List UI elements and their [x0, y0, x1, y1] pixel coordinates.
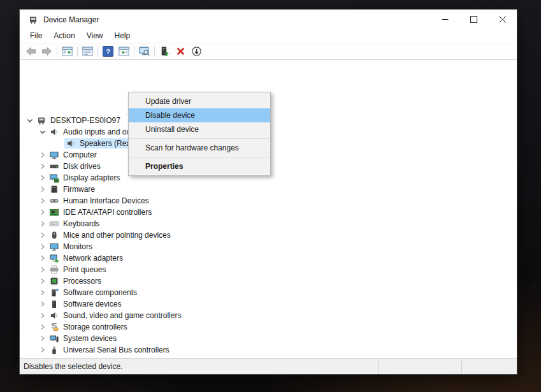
chevron-right-icon[interactable] [38, 322, 48, 332]
back-button[interactable] [23, 44, 39, 59]
status-bar-divider [378, 359, 379, 374]
tree-item-keyboards[interactable]: Keyboards [20, 218, 517, 229]
chevron-right-icon[interactable] [38, 287, 48, 298]
chevron-right-icon[interactable] [38, 242, 48, 252]
context-menu-item-uninstall-device[interactable]: Uninstall device [129, 122, 270, 136]
help-button[interactable]: ? [100, 44, 116, 59]
menu-file[interactable]: File [24, 29, 48, 43]
tree-item-firmware[interactable]: Firmware [20, 184, 517, 195]
chevron-right-icon[interactable] [38, 150, 48, 160]
tree-item-processors[interactable]: Processors [20, 275, 517, 287]
tree-item-print-queues[interactable]: Print queues [20, 264, 517, 275]
tree-item-label: Firmware [61, 184, 97, 194]
wallpaper-stars [0, 0, 1, 1]
properties-button[interactable] [80, 44, 96, 59]
title-bar[interactable]: Device Manager [20, 10, 517, 29]
menu-action[interactable]: Action [48, 29, 80, 43]
tree-item-label: Software components [61, 287, 139, 298]
action-pane-button[interactable] [116, 44, 132, 59]
cpu-icon [49, 276, 59, 286]
chevron-right-icon[interactable] [38, 230, 48, 240]
show-console-tree-button[interactable] [59, 44, 75, 59]
tree-item-label: Network adapters [61, 253, 125, 263]
chevron-right-icon[interactable] [38, 184, 48, 194]
tree-item-label: Human Interface Devices [61, 196, 151, 206]
desktop: { "window": { "title": "Device Manager" … [0, 0, 541, 392]
toolbar: ? [20, 43, 517, 60]
scan-hardware-button[interactable] [136, 44, 152, 59]
chevron-right-icon[interactable] [38, 299, 48, 309]
context-menu-item-scan-hardware[interactable]: Scan for hardware changes [129, 141, 270, 155]
disable-device-button[interactable] [189, 44, 205, 59]
device-manager-window: Device Manager File Action View Help ? [19, 9, 517, 375]
tree-item-mice[interactable]: Mice and other pointing devices [20, 229, 517, 241]
maximize-button[interactable] [459, 10, 488, 29]
speaker-icon [49, 127, 59, 137]
tree-item-label: Keyboards [61, 219, 101, 229]
device-manager-icon [28, 15, 38, 25]
chevron-right-icon[interactable] [38, 345, 48, 355]
usb-icon [49, 345, 59, 355]
tree-item-label: System devices [61, 333, 119, 344]
tree-item-ide-ata-atapi-controllers[interactable]: IDE ATA/ATAPI controllers [20, 207, 517, 218]
chevron-right-icon[interactable] [38, 253, 48, 263]
chevron-right-icon[interactable] [38, 333, 48, 344]
hid-icon [49, 196, 59, 206]
display-adapter-icon [49, 173, 59, 183]
window-title: Device Manager [43, 15, 99, 24]
close-icon [499, 16, 506, 23]
tree-item-label: Sound, video and game controllers [61, 310, 183, 321]
chevron-right-icon[interactable] [38, 265, 48, 275]
uninstall-device-button[interactable] [173, 44, 189, 59]
menu-help[interactable]: Help [109, 29, 136, 43]
disk-icon [49, 161, 59, 171]
status-bar: Disables the selected device. [20, 358, 517, 374]
toolbar-separator [154, 47, 155, 57]
chevron-right-icon[interactable] [38, 196, 48, 206]
chevron-down-icon[interactable] [25, 115, 35, 126]
chevron-right-icon[interactable] [38, 173, 48, 183]
monitor-icon [49, 242, 59, 252]
tree-item-usb-controllers[interactable]: Universal Serial Bus controllers [20, 344, 517, 356]
tree-item-human-interface-devices[interactable]: Human Interface Devices [20, 195, 517, 207]
tree-item-sound-video-game-controllers[interactable]: Sound, video and game controllers [20, 310, 517, 321]
tree-item-software-devices[interactable]: Software devices [20, 298, 517, 310]
toolbar-separator [57, 47, 57, 57]
chevron-right-icon[interactable] [38, 161, 48, 171]
toolbar-separator [97, 47, 98, 57]
tree-item-label: IDE ATA/ATAPI controllers [61, 207, 154, 217]
forward-button[interactable] [39, 44, 55, 59]
maximize-icon [470, 16, 477, 23]
context-menu-item-update-driver[interactable]: Update driver [129, 94, 270, 108]
chevron-right-icon[interactable] [38, 219, 48, 229]
tree-item-software-components[interactable]: Software components [20, 287, 517, 298]
mouse-icon [49, 230, 59, 240]
tree-item-label: Print queues [61, 265, 108, 275]
tree-item-network-adapters[interactable]: Network adapters [20, 252, 517, 264]
chevron-right-icon[interactable] [38, 207, 48, 217]
computer-icon [36, 115, 47, 126]
menu-view[interactable]: View [81, 29, 109, 43]
context-menu-item-properties[interactable]: Properties [129, 159, 270, 173]
chevron-right-icon[interactable] [38, 276, 48, 286]
system-device-icon [49, 333, 59, 344]
chevron-right-icon[interactable] [38, 310, 48, 321]
tree-item-storage-controllers[interactable]: Storage controllers [20, 321, 517, 333]
software-device-icon [49, 299, 59, 309]
tree-item-monitors[interactable]: Monitors [20, 241, 517, 252]
context-menu-separator [129, 157, 270, 157]
keyboard-icon [49, 219, 59, 229]
printer-icon [49, 265, 59, 275]
tree-item-label: Storage controllers [61, 322, 129, 332]
toolbar-separator [77, 47, 78, 57]
ide-icon [49, 207, 59, 217]
toolbar-separator [134, 47, 134, 57]
close-button[interactable] [488, 10, 517, 29]
tree-item-system-devices[interactable]: System devices [20, 333, 517, 344]
status-text: Disables the selected device. [20, 362, 122, 371]
chevron-down-icon[interactable] [38, 127, 48, 137]
minimize-button[interactable] [431, 10, 459, 29]
context-menu-item-disable-device[interactable]: Disable device [129, 108, 270, 122]
update-driver-button[interactable] [157, 44, 173, 59]
menu-bar: File Action View Help [20, 29, 517, 43]
